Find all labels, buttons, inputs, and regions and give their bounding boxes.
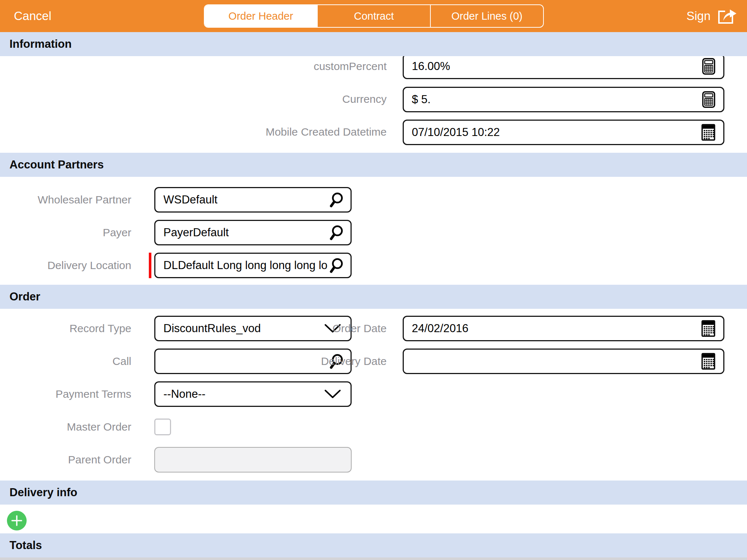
- cancel-button[interactable]: Cancel: [14, 0, 51, 32]
- wholesaler-partner-field[interactable]: WSDefault: [154, 187, 352, 213]
- payer-value: PayerDefault: [163, 226, 252, 239]
- mobile-created-datetime-value: 07/10/2015 10:22: [412, 126, 523, 139]
- master-order-checkbox[interactable]: [154, 419, 171, 435]
- delivery-location-label: Delivery Location: [0, 259, 131, 272]
- cancel-label: Cancel: [14, 9, 51, 23]
- section-header-account-partners: Account Partners: [0, 153, 747, 177]
- calendar-icon[interactable]: [701, 353, 715, 370]
- currency-field[interactable]: $ 5.: [403, 87, 724, 112]
- wholesaler-partner-value: WSDefault: [163, 193, 241, 206]
- tab-contract-label: Contract: [354, 10, 394, 22]
- calendar-icon[interactable]: [701, 124, 715, 141]
- record-type-label: Record Type: [0, 322, 131, 335]
- payment-terms-label: Payment Terms: [0, 388, 131, 400]
- add-delivery-info-button[interactable]: [7, 511, 27, 530]
- section-title: Totals: [9, 539, 42, 552]
- custom-percent-label: customPercent: [204, 60, 387, 73]
- search-icon[interactable]: [328, 191, 345, 208]
- share-sign-icon: [717, 7, 737, 25]
- required-indicator: [149, 253, 151, 278]
- sign-label: Sign: [686, 9, 711, 23]
- custom-percent-field[interactable]: 16.00%: [403, 54, 724, 79]
- chevron-down-icon: [324, 389, 341, 399]
- mobile-created-datetime-label: Mobile Created Datetime: [204, 126, 387, 138]
- mobile-created-datetime-field[interactable]: 07/10/2015 10:22: [403, 120, 724, 145]
- parent-order-label: Parent Order: [0, 454, 131, 466]
- currency-value: $ 5.: [412, 93, 454, 106]
- search-icon[interactable]: [328, 224, 345, 241]
- order-date-field[interactable]: 24/02/2016: [403, 316, 724, 341]
- tab-order-header[interactable]: Order Header: [205, 5, 317, 27]
- delivery-date-label: Delivery Date: [204, 355, 387, 368]
- custom-percent-value: 16.00%: [412, 60, 473, 73]
- section-title: Delivery info: [9, 486, 77, 499]
- payment-terms-value: --None--: [163, 388, 229, 401]
- tab-order-header-label: Order Header: [228, 10, 293, 22]
- plus-icon: [11, 514, 23, 527]
- section-title: Account Partners: [9, 158, 104, 171]
- payer-label: Payer: [0, 226, 131, 239]
- call-label: Call: [0, 355, 131, 368]
- delivery-location-field[interactable]: DLDefault Long long long long lo...: [154, 253, 352, 278]
- tab-order-lines-label: Order Lines (0): [451, 10, 522, 22]
- calendar-icon[interactable]: [701, 320, 715, 337]
- section-header-information: Information: [0, 32, 747, 56]
- section-header-delivery-info: Delivery info: [0, 481, 747, 505]
- order-date-value: 24/02/2016: [412, 322, 492, 335]
- tab-contract[interactable]: Contract: [317, 5, 430, 27]
- calculator-icon[interactable]: [702, 91, 715, 108]
- currency-label: Currency: [204, 93, 387, 105]
- view-segmented-control: Order Header Contract Order Lines (0): [204, 4, 544, 28]
- wholesaler-partner-label: Wholesaler Partner: [0, 194, 131, 206]
- section-title: Information: [9, 38, 72, 51]
- delivery-date-field[interactable]: [403, 349, 724, 374]
- order-date-label: Order Date: [204, 322, 387, 335]
- order-entry-screen: Cancel Order Header Contract Order Lines…: [0, 0, 747, 560]
- parent-order-field-disabled: [154, 447, 352, 472]
- master-order-label: Master Order: [0, 421, 131, 433]
- search-icon[interactable]: [328, 257, 345, 274]
- delivery-location-value: DLDefault Long long long long lo...: [163, 259, 351, 272]
- payer-field[interactable]: PayerDefault: [154, 220, 352, 245]
- bottom-divider: [0, 557, 747, 560]
- section-header-totals: Totals: [0, 533, 747, 557]
- section-title: Order: [9, 290, 40, 303]
- payment-terms-select[interactable]: --None--: [154, 381, 352, 407]
- tab-order-lines[interactable]: Order Lines (0): [430, 5, 543, 27]
- section-header-order: Order: [0, 285, 747, 309]
- sign-button[interactable]: Sign: [686, 0, 737, 32]
- calculator-icon[interactable]: [702, 58, 715, 75]
- top-navigation-bar: Cancel Order Header Contract Order Lines…: [0, 0, 747, 32]
